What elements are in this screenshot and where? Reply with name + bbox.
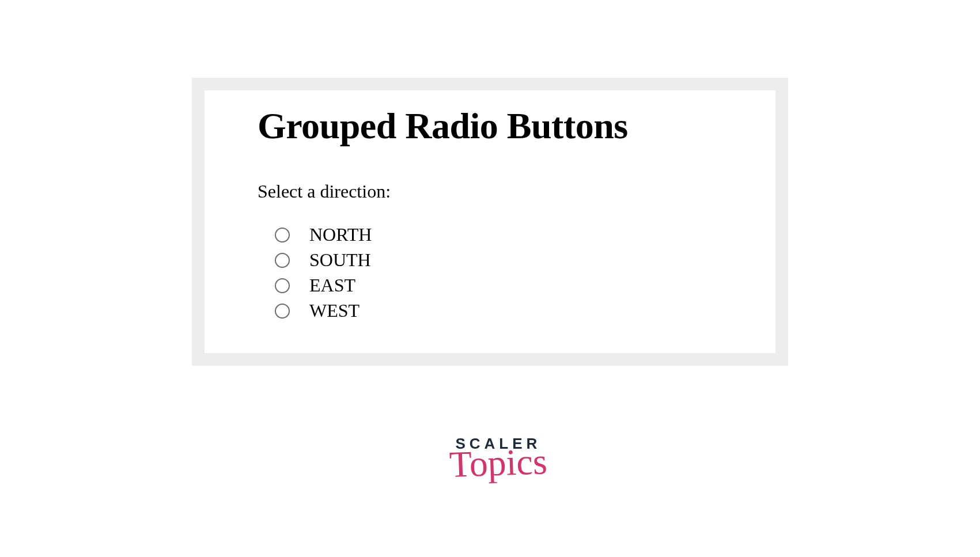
radio-label[interactable]: SOUTH bbox=[309, 249, 371, 271]
radio-icon[interactable] bbox=[275, 304, 290, 319]
radio-label[interactable]: NORTH bbox=[309, 224, 372, 245]
radio-icon[interactable] bbox=[275, 228, 290, 242]
radio-option-east[interactable]: EAST bbox=[275, 275, 750, 296]
radio-icon[interactable] bbox=[275, 253, 290, 268]
radio-label[interactable]: EAST bbox=[309, 275, 355, 296]
content-frame: Grouped Radio Buttons Select a direction… bbox=[192, 78, 788, 366]
logo-subtitle: Topics bbox=[449, 443, 548, 483]
prompt-text: Select a direction: bbox=[258, 181, 750, 202]
radio-option-west[interactable]: WEST bbox=[275, 300, 750, 321]
radio-icon[interactable] bbox=[275, 278, 290, 293]
page-heading: Grouped Radio Buttons bbox=[258, 105, 750, 147]
radio-option-south[interactable]: SOUTH bbox=[275, 249, 750, 271]
radio-label[interactable]: WEST bbox=[309, 300, 360, 321]
radio-group: NORTH SOUTH EAST WEST bbox=[258, 224, 750, 321]
content-inner: Grouped Radio Buttons Select a direction… bbox=[205, 90, 775, 353]
radio-option-north[interactable]: NORTH bbox=[275, 224, 750, 245]
scaler-topics-logo: SCALER Topics bbox=[449, 435, 547, 482]
